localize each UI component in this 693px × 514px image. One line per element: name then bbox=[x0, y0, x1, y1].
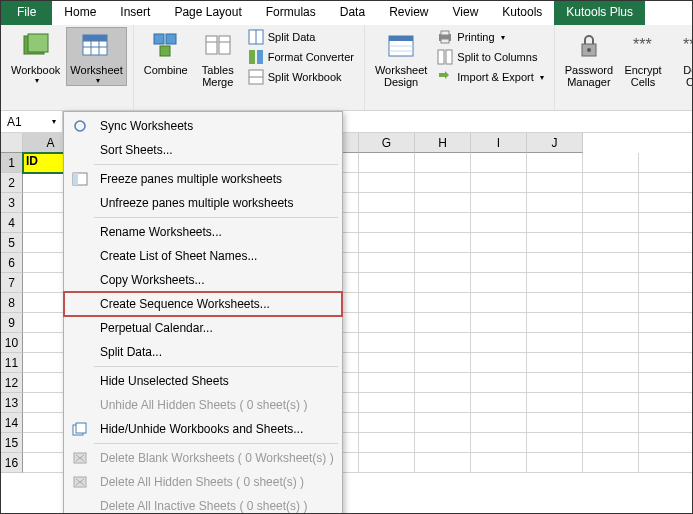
cell[interactable] bbox=[583, 293, 639, 313]
cell[interactable] bbox=[359, 313, 415, 333]
row-header[interactable]: 3 bbox=[1, 193, 23, 213]
cell[interactable] bbox=[527, 393, 583, 413]
cell[interactable] bbox=[415, 213, 471, 233]
tab-insert[interactable]: Insert bbox=[108, 1, 162, 25]
encrypt-cells-button[interactable]: *** Encrypt Cells bbox=[619, 27, 667, 88]
cell[interactable] bbox=[471, 233, 527, 253]
menu-freeze-panes[interactable]: Freeze panes multiple worksheets bbox=[64, 167, 342, 191]
cell[interactable] bbox=[639, 333, 693, 353]
cell[interactable] bbox=[527, 333, 583, 353]
menu-sort-sheets[interactable]: Sort Sheets... bbox=[64, 138, 342, 162]
cell[interactable] bbox=[583, 313, 639, 333]
cell[interactable] bbox=[583, 213, 639, 233]
col-header[interactable]: I bbox=[471, 133, 527, 153]
cell[interactable] bbox=[583, 273, 639, 293]
split-columns-button[interactable]: Split to Columns bbox=[433, 47, 547, 67]
tab-formulas[interactable]: Formulas bbox=[254, 1, 328, 25]
worksheet-button[interactable]: Worksheet ▾ bbox=[66, 27, 126, 86]
name-box[interactable]: A1▾ bbox=[1, 111, 63, 132]
row-header[interactable]: 6 bbox=[1, 253, 23, 273]
cell[interactable] bbox=[527, 273, 583, 293]
menu-split-data[interactable]: Split Data... bbox=[64, 340, 342, 364]
cell[interactable] bbox=[583, 173, 639, 193]
cell[interactable] bbox=[471, 273, 527, 293]
row-header[interactable]: 14 bbox=[1, 413, 23, 433]
menu-create-sequence-worksheets[interactable]: Create Sequence Worksheets... bbox=[64, 292, 342, 316]
tab-kutools-plus[interactable]: Kutools Plus bbox=[554, 1, 645, 25]
cell[interactable] bbox=[639, 193, 693, 213]
cell[interactable] bbox=[527, 353, 583, 373]
tab-data[interactable]: Data bbox=[328, 1, 377, 25]
tab-review[interactable]: Review bbox=[377, 1, 440, 25]
row-header[interactable]: 11 bbox=[1, 353, 23, 373]
row-header[interactable]: 1 bbox=[1, 153, 23, 173]
row-header[interactable]: 13 bbox=[1, 393, 23, 413]
row-header[interactable]: 2 bbox=[1, 173, 23, 193]
cell[interactable] bbox=[639, 393, 693, 413]
cell[interactable] bbox=[415, 433, 471, 453]
import-export-button[interactable]: Import & Export▾ bbox=[433, 67, 547, 87]
cell[interactable] bbox=[415, 153, 471, 173]
cell[interactable] bbox=[527, 433, 583, 453]
cell[interactable] bbox=[359, 173, 415, 193]
cell[interactable] bbox=[527, 253, 583, 273]
tab-page-layout[interactable]: Page Layout bbox=[162, 1, 253, 25]
cell[interactable] bbox=[639, 293, 693, 313]
cell[interactable] bbox=[527, 193, 583, 213]
password-manager-button[interactable]: Password Manager bbox=[561, 27, 617, 88]
cell[interactable] bbox=[471, 253, 527, 273]
menu-rename-worksheets[interactable]: Rename Worksheets... bbox=[64, 220, 342, 244]
combine-button[interactable]: Combine bbox=[140, 27, 192, 88]
cell[interactable] bbox=[415, 253, 471, 273]
cell[interactable] bbox=[471, 353, 527, 373]
cell[interactable] bbox=[639, 353, 693, 373]
cell[interactable] bbox=[639, 233, 693, 253]
row-header[interactable]: 10 bbox=[1, 333, 23, 353]
cell[interactable] bbox=[415, 453, 471, 473]
cell[interactable] bbox=[527, 153, 583, 173]
menu-copy-worksheets[interactable]: Copy Worksheets... bbox=[64, 268, 342, 292]
menu-create-list[interactable]: Create List of Sheet Names... bbox=[64, 244, 342, 268]
cell[interactable] bbox=[471, 413, 527, 433]
cell[interactable] bbox=[359, 273, 415, 293]
cell[interactable] bbox=[583, 353, 639, 373]
cell[interactable] bbox=[527, 233, 583, 253]
cell[interactable] bbox=[359, 213, 415, 233]
row-header[interactable]: 15 bbox=[1, 433, 23, 453]
cell[interactable] bbox=[583, 453, 639, 473]
split-workbook-button[interactable]: Split Workbook bbox=[244, 67, 358, 87]
cell[interactable] bbox=[359, 353, 415, 373]
row-header[interactable]: 9 bbox=[1, 313, 23, 333]
cell[interactable] bbox=[471, 373, 527, 393]
cell[interactable] bbox=[527, 213, 583, 233]
split-data-button[interactable]: Split Data bbox=[244, 27, 358, 47]
cell[interactable] bbox=[471, 433, 527, 453]
tab-file[interactable]: File bbox=[1, 1, 52, 25]
menu-hide-unhide-workbooks[interactable]: Hide/Unhide Workbooks and Sheets... bbox=[64, 417, 342, 441]
cell[interactable] bbox=[415, 353, 471, 373]
cell[interactable] bbox=[359, 413, 415, 433]
cell[interactable] bbox=[639, 153, 693, 173]
cell[interactable] bbox=[415, 373, 471, 393]
cell[interactable] bbox=[359, 453, 415, 473]
cell[interactable] bbox=[583, 433, 639, 453]
cell[interactable] bbox=[359, 293, 415, 313]
menu-perpetual-calendar[interactable]: Perpetual Calendar... bbox=[64, 316, 342, 340]
tab-kutools[interactable]: Kutools bbox=[490, 1, 554, 25]
cell[interactable] bbox=[471, 173, 527, 193]
cell[interactable] bbox=[471, 193, 527, 213]
cell[interactable] bbox=[415, 273, 471, 293]
cell[interactable] bbox=[415, 413, 471, 433]
menu-sync-worksheets[interactable]: Sync Worksheets bbox=[64, 114, 342, 138]
cell[interactable] bbox=[359, 433, 415, 453]
cell[interactable] bbox=[415, 193, 471, 213]
tables-merge-button[interactable]: Tables Merge bbox=[194, 27, 242, 88]
cell[interactable] bbox=[471, 333, 527, 353]
cell[interactable] bbox=[359, 333, 415, 353]
cell[interactable] bbox=[527, 413, 583, 433]
cell[interactable] bbox=[471, 153, 527, 173]
tab-view[interactable]: View bbox=[441, 1, 491, 25]
cell[interactable] bbox=[583, 393, 639, 413]
cell[interactable] bbox=[639, 173, 693, 193]
cell[interactable] bbox=[471, 293, 527, 313]
